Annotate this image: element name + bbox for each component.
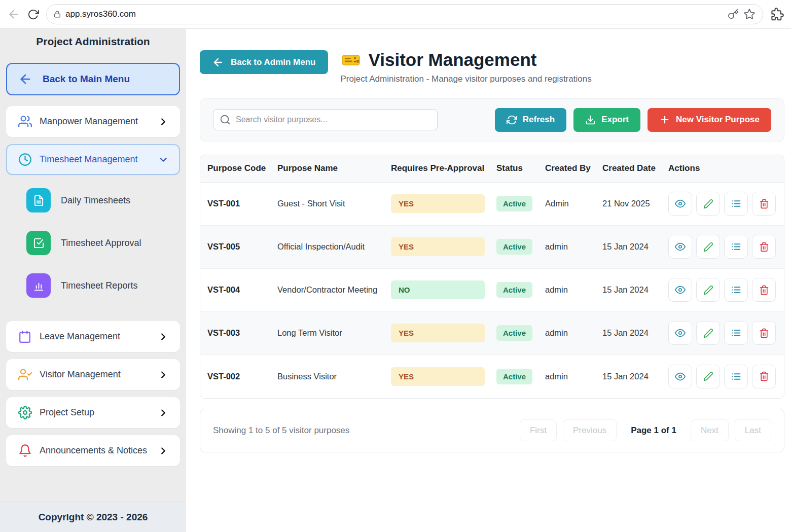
app-window: Project Administration Back to Main Menu… xyxy=(0,29,791,532)
column-header: Purpose Name xyxy=(277,163,391,173)
delete-button[interactable] xyxy=(752,278,776,302)
submenu-item-timesheet-reports[interactable]: Timesheet Reports xyxy=(26,273,180,298)
view-button[interactable] xyxy=(668,365,692,388)
search-icon xyxy=(220,114,231,125)
table-row: VST-003 Long Term Visitor YES Active adm… xyxy=(200,312,784,355)
created-date-cell: 15 Jan 2024 xyxy=(602,372,668,381)
sidebar-item-label: Project Setup xyxy=(40,407,158,418)
sidebar-item-manpower-management[interactable]: Manpower Management xyxy=(6,106,180,137)
browser-back-icon[interactable] xyxy=(7,8,20,21)
column-header: Actions xyxy=(668,163,784,173)
view-button[interactable] xyxy=(668,235,692,259)
status-badge: Active xyxy=(496,239,532,255)
view-button[interactable] xyxy=(668,278,692,302)
new-visitor-purpose-button[interactable]: New Visitor Purpose xyxy=(648,108,771,132)
gear-icon xyxy=(17,406,32,419)
edit-button[interactable] xyxy=(696,365,720,388)
pre-approval-badge: YES xyxy=(391,367,485,386)
pre-approval-badge: NO xyxy=(391,280,485,299)
users-icon xyxy=(17,115,32,128)
details-list-button[interactable] xyxy=(724,365,748,388)
last-page-button[interactable]: Last xyxy=(735,419,771,441)
refresh-icon xyxy=(507,115,517,125)
purpose-code-cell: VST-005 xyxy=(207,242,277,252)
edit-button[interactable] xyxy=(696,235,720,259)
details-list-button[interactable] xyxy=(724,278,748,302)
sidebar-item-label: Manpower Management xyxy=(40,116,158,127)
bookmark-star-icon[interactable] xyxy=(743,8,756,20)
sidebar-item-label: Timesheet Management xyxy=(40,154,158,165)
bell-icon xyxy=(17,444,32,457)
previous-page-button[interactable]: Previous xyxy=(563,419,617,441)
created-date-cell: 15 Jan 2024 xyxy=(602,328,668,338)
refresh-button[interactable]: Refresh xyxy=(495,108,566,132)
edit-button[interactable] xyxy=(696,321,720,345)
created-by-cell: admin xyxy=(545,285,602,295)
chevron-down-icon xyxy=(158,154,169,165)
user-check-icon xyxy=(17,368,32,381)
arrow-left-icon xyxy=(212,56,224,68)
delete-button[interactable] xyxy=(752,321,776,345)
table-row: VST-002 Business Visitor YES Active admi… xyxy=(200,355,784,398)
column-header: Created Date xyxy=(602,163,668,173)
row-actions xyxy=(668,235,784,259)
arrow-left-icon xyxy=(18,72,32,86)
export-label: Export xyxy=(601,115,629,125)
search-box xyxy=(213,109,438,130)
chevron-right-icon xyxy=(158,116,169,127)
chevron-right-icon xyxy=(158,331,169,342)
details-list-button[interactable] xyxy=(724,321,748,345)
sidebar-item-label: Leave Management xyxy=(40,331,158,342)
pre-approval-badge: YES xyxy=(391,324,485,342)
sidebar-item-leave-management[interactable]: Leave Management xyxy=(6,321,180,352)
sidebar-item-timesheet-management[interactable]: Timesheet Management xyxy=(6,144,180,175)
clock-icon xyxy=(17,153,32,166)
sidebar-item-announcements[interactable]: Announcements & Notices xyxy=(6,435,180,466)
chevron-right-icon xyxy=(158,445,169,456)
browser-toolbar: app.syros360.com xyxy=(0,0,791,29)
purpose-code-cell: VST-003 xyxy=(207,328,277,338)
row-actions xyxy=(668,365,784,388)
delete-button[interactable] xyxy=(752,235,776,259)
created-by-cell: admin xyxy=(545,372,602,381)
browser-refresh-icon[interactable] xyxy=(27,9,39,20)
address-bar[interactable]: app.syros360.com xyxy=(46,4,763,24)
pre-approval-badge: YES xyxy=(391,194,485,213)
details-list-button[interactable] xyxy=(724,192,748,216)
sidebar-item-visitor-management[interactable]: Visitor Management xyxy=(6,359,180,390)
first-page-button[interactable]: First xyxy=(520,419,557,441)
chevron-right-icon xyxy=(158,407,169,418)
page-subtitle: Project Administration - Manage visitor … xyxy=(341,74,592,84)
delete-button[interactable] xyxy=(752,365,776,388)
purpose-code-cell: VST-001 xyxy=(207,199,277,208)
delete-button[interactable] xyxy=(752,192,776,216)
next-page-button[interactable]: Next xyxy=(691,419,729,441)
title-block: Visitor Management Project Administratio… xyxy=(341,50,592,84)
edit-button[interactable] xyxy=(696,192,720,216)
search-input[interactable] xyxy=(236,115,431,124)
export-button[interactable]: Export xyxy=(573,108,640,132)
extensions-puzzle-icon[interactable] xyxy=(770,8,784,21)
row-actions xyxy=(668,278,784,302)
submenu-item-daily-timesheets[interactable]: Daily Timesheets xyxy=(26,188,180,212)
page-header: Back to Admin Menu Visitor Management Pr… xyxy=(200,50,784,84)
view-button[interactable] xyxy=(668,192,692,216)
site-info-icon[interactable] xyxy=(54,11,61,18)
created-date-cell: 21 Nov 2025 xyxy=(602,199,668,208)
view-button[interactable] xyxy=(668,321,692,345)
back-to-main-menu-button[interactable]: Back to Main Menu xyxy=(6,63,180,95)
refresh-label: Refresh xyxy=(523,115,555,125)
status-badge: Active xyxy=(496,325,532,341)
submenu-item-label: Timesheet Approval xyxy=(61,238,141,249)
created-date-cell: 15 Jan 2024 xyxy=(602,285,668,295)
password-key-icon[interactable] xyxy=(728,9,739,20)
edit-button[interactable] xyxy=(696,278,720,302)
purpose-name-cell: Vendor/Contractor Meeting xyxy=(277,285,391,295)
submenu-item-timesheet-approval[interactable]: Timesheet Approval xyxy=(26,231,180,255)
row-actions xyxy=(668,321,784,345)
back-to-admin-menu-button[interactable]: Back to Admin Menu xyxy=(200,50,328,74)
details-list-button[interactable] xyxy=(724,235,748,259)
plus-icon xyxy=(659,114,670,125)
sidebar-item-label: Visitor Management xyxy=(40,369,158,380)
sidebar-item-project-setup[interactable]: Project Setup xyxy=(6,397,180,428)
